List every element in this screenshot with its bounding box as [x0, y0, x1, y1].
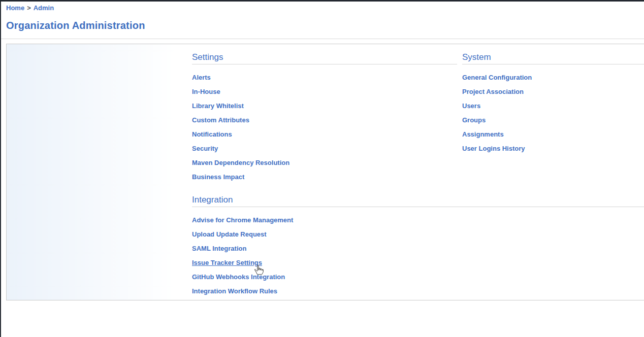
list-item: Groups	[462, 113, 644, 127]
admin-link[interactable]: Integration Workflow Rules	[192, 287, 277, 295]
list-item: Notifications	[192, 127, 457, 141]
admin-link[interactable]: Groups	[462, 116, 486, 124]
system-link-list: General Configuration Project Associatio…	[462, 70, 644, 155]
list-item: Business Impact	[192, 170, 457, 184]
list-item: Advise for Chrome Management	[192, 213, 644, 227]
admin-link[interactable]: Library Whitelist	[192, 102, 244, 110]
admin-link[interactable]: In-House	[192, 88, 220, 95]
list-item: Security	[192, 141, 457, 155]
breadcrumb-link-home[interactable]: Home	[6, 4, 24, 12]
section-settings-title: Settings	[192, 51, 457, 64]
admin-panel: Settings Alerts In-House Library Whiteli…	[6, 44, 644, 300]
section-system: System General Configuration Project Ass…	[457, 44, 644, 184]
admin-link[interactable]: Assignments	[462, 130, 504, 138]
list-item: In-House	[192, 84, 457, 98]
list-item: Project Association	[462, 84, 644, 98]
breadcrumb-separator: >	[27, 4, 31, 12]
list-item: Integration Workflow Rules	[192, 284, 644, 298]
admin-link[interactable]: Users	[462, 102, 480, 110]
admin-link[interactable]: User Logins History	[462, 145, 525, 152]
admin-link[interactable]: Project Association	[462, 88, 524, 95]
section-integration-title: Integration	[192, 194, 644, 207]
section-settings: Settings Alerts In-House Library Whiteli…	[192, 44, 457, 184]
admin-link[interactable]: Advise for Chrome Management	[192, 216, 293, 224]
list-item: GitHub Webhooks Integration	[192, 269, 644, 284]
list-item: Maven Dependency Resolution	[192, 155, 457, 170]
admin-link[interactable]: Issue Tracker Settings	[192, 259, 262, 266]
list-item: Users	[462, 98, 644, 113]
admin-link[interactable]: General Configuration	[462, 74, 532, 81]
list-item: Custom Attributes	[192, 113, 457, 127]
breadcrumb-link-admin[interactable]: Admin	[34, 4, 54, 12]
list-item: Alerts	[192, 70, 457, 84]
title-divider	[1, 39, 644, 39]
left-gradient-area	[7, 44, 192, 300]
admin-link[interactable]: Business Impact	[192, 173, 244, 181]
settings-link-list: Alerts In-House Library Whitelist Custom…	[192, 70, 457, 184]
breadcrumb: Home>Admin	[6, 4, 644, 12]
list-item: SAML Integration	[192, 241, 644, 255]
admin-link[interactable]: Alerts	[192, 74, 211, 81]
admin-link[interactable]: Custom Attributes	[192, 116, 249, 124]
list-item: General Configuration	[462, 70, 644, 84]
list-item: Library Whitelist	[192, 98, 457, 113]
section-integration: Integration Advise for Chrome Management…	[192, 194, 644, 300]
admin-link[interactable]: Maven Dependency Resolution	[192, 159, 289, 166]
list-item: User Logins History	[462, 141, 644, 155]
admin-link[interactable]: SAML Integration	[192, 245, 246, 252]
page-title: Organization Administration	[6, 20, 644, 31]
admin-link[interactable]: Notifications	[192, 130, 232, 138]
admin-link[interactable]: Upload Update Request	[192, 230, 267, 238]
section-system-title: System	[462, 51, 644, 64]
list-item: Upload Update Request	[192, 227, 644, 241]
admin-link[interactable]: Security	[192, 145, 218, 152]
list-item: Assignments	[462, 127, 644, 141]
integration-link-list: Advise for Chrome Management Upload Upda…	[192, 213, 644, 298]
admin-link[interactable]: GitHub Webhooks Integration	[192, 273, 285, 281]
list-item: Issue Tracker Settings	[192, 255, 644, 269]
